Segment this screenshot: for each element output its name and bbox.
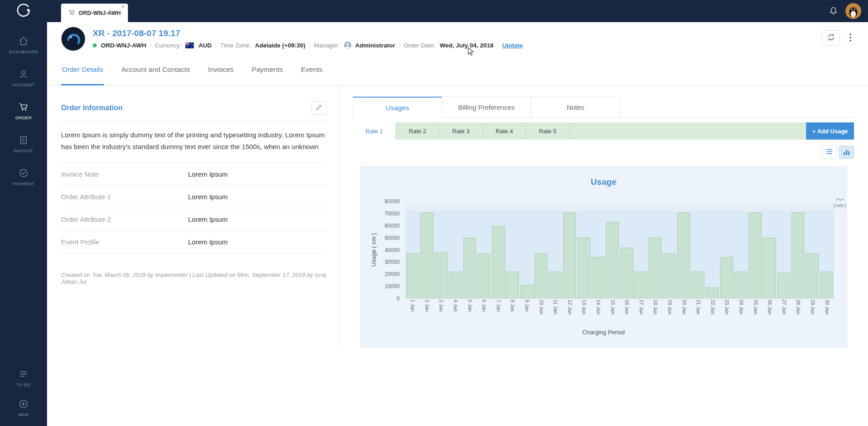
order-document-tab[interactable]: ORD-WNJ-AWH ✕ (61, 4, 128, 22)
usage-bar (692, 272, 705, 298)
tab-notes[interactable]: Notes (531, 97, 620, 118)
list-view-icon (826, 149, 833, 156)
y-axis-ticks: 8000070000600005000040000300002000010000… (360, 201, 400, 299)
sidebar-item-dashboard[interactable]: DASHBOARD (0, 28, 47, 61)
usage-bar (563, 212, 576, 298)
bar-slot (777, 201, 791, 298)
usage-bar-plot (406, 201, 834, 299)
order-code: ORD-WNJ-AWH (101, 42, 146, 49)
usage-bar (463, 238, 476, 298)
usage-bar (663, 253, 676, 298)
usage-bar (492, 226, 505, 299)
rate-bar-filler (570, 122, 806, 140)
x-axis-title: Charging Period (360, 329, 847, 336)
sidebar-item-payment[interactable]: PAYMENT (0, 160, 47, 193)
tab-events[interactable]: Events (300, 55, 323, 85)
separator (498, 42, 498, 48)
field-row-order-attribute-2: Order Attribute 2 Lorem Ipsum (61, 208, 326, 231)
rate-tab-bar: Rate 1 Rate 2 Rate 3 Rate 4 Rate 5 + Add… (353, 122, 854, 140)
field-label: Event Profile (61, 238, 188, 246)
field-row-invoice-note: Invoice Note Lorem Ipsum (61, 163, 326, 186)
usage-panel: Usages Billing Preferences Notes Rate 1 … (353, 86, 854, 348)
avg-legend[interactable]: ( AVG ) (833, 197, 847, 208)
order-avatar (61, 27, 85, 51)
usage-chart-card: Usage Usage ( cm ) 800007000060000500004… (360, 166, 847, 348)
usage-bar (720, 257, 733, 298)
usage-bar (749, 212, 762, 298)
usage-bar (577, 238, 590, 298)
field-label: Order Attribute 2 (61, 215, 188, 223)
sidebar-item-label: NEW (18, 412, 28, 417)
tab-order-details[interactable]: Order Details (61, 55, 104, 85)
bar-slot (634, 201, 648, 298)
bar-slot (448, 201, 463, 298)
tab-billing-preferences[interactable]: Billing Preferences (442, 97, 531, 118)
refresh-button[interactable] (822, 30, 840, 46)
bar-slot (691, 201, 705, 298)
person-icon (18, 69, 29, 80)
cart-icon (68, 9, 75, 17)
usage-bar (706, 287, 719, 298)
rate-tab-3[interactable]: Rate 3 (439, 122, 483, 140)
usage-bar (520, 285, 533, 298)
sidebar-item-label: INVOICE (14, 148, 33, 153)
more-options-button[interactable] (846, 33, 854, 44)
close-icon[interactable]: ✕ (121, 4, 125, 9)
add-usage-button[interactable]: + Add Usage (806, 122, 854, 140)
field-label: Order Attribute 1 (61, 193, 188, 201)
chart-view-button[interactable] (839, 145, 854, 159)
document-icon (18, 135, 29, 145)
notifications-bell-icon[interactable] (829, 6, 838, 16)
bar-slot (562, 201, 577, 298)
usage-bar (406, 253, 419, 298)
rate-tab-2[interactable]: Rate 2 (396, 122, 439, 140)
usage-bar (592, 257, 605, 298)
tab-usages[interactable]: Usages (353, 97, 442, 118)
bar-slot (748, 201, 763, 298)
rate-tab-1[interactable]: Rate 1 (353, 122, 396, 140)
bar-slot (420, 201, 434, 298)
cart-icon (18, 102, 29, 112)
app-logo[interactable] (0, 0, 47, 22)
bar-slot (477, 201, 491, 298)
rate-tab-4[interactable]: Rate 4 (483, 122, 526, 140)
timezone-value: Adelaide (+09:30) (255, 42, 305, 49)
page-title: XR - 2017-08-07 19.17 (93, 28, 523, 38)
order-meta: ORD-WNJ-AWH Currency: AUD Time Zone: Ade… (93, 42, 523, 49)
bar-slot (719, 201, 734, 298)
tab-account-and-contacts[interactable]: Account and Contacts (120, 55, 191, 85)
separator (309, 42, 310, 48)
bar-slot (791, 201, 805, 298)
currency-value: AUD (198, 42, 212, 49)
bar-chart-icon (843, 149, 850, 156)
bar-slot (662, 201, 677, 298)
bar-slot (619, 201, 634, 298)
rate-tab-5[interactable]: Rate 5 (526, 122, 570, 140)
edit-order-info-button[interactable] (311, 101, 326, 115)
header-actions (822, 30, 854, 46)
kebab-menu-icon (846, 33, 854, 44)
app-window: DASHBOARD ACCOUNT ORDER INVOICE (0, 0, 868, 426)
sidebar-bottom: TO DO NEW (0, 363, 47, 422)
tab-invoices[interactable]: Invoices (207, 55, 235, 85)
list-view-button[interactable] (822, 145, 837, 159)
separator (151, 42, 151, 48)
sidebar-item-label: TO DO (16, 382, 31, 387)
update-link[interactable]: Update (502, 42, 523, 49)
user-avatar[interactable] (845, 3, 862, 19)
usage-bar (606, 222, 619, 298)
usage-tab-bar: Usages Billing Preferences Notes (353, 97, 854, 118)
order-date-value: Wed, July 04, 2018 (440, 42, 494, 49)
sidebar-item-new[interactable]: NEW (0, 393, 47, 422)
australia-flag-icon (185, 42, 194, 48)
separator (216, 42, 216, 48)
usage-bar (734, 272, 747, 298)
bar-slot (805, 201, 820, 298)
sidebar-item-invoice[interactable]: INVOICE (0, 127, 47, 160)
home-icon (18, 36, 29, 47)
tab-payments[interactable]: Payments (251, 55, 284, 85)
sidebar-item-account[interactable]: ACCOUNT (0, 61, 47, 94)
sidebar-item-order[interactable]: ORDER (0, 94, 47, 127)
audit-footer: Created on Tue, March 06, 2018 by Implem… (61, 272, 326, 285)
sidebar-item-todo[interactable]: TO DO (0, 363, 47, 393)
